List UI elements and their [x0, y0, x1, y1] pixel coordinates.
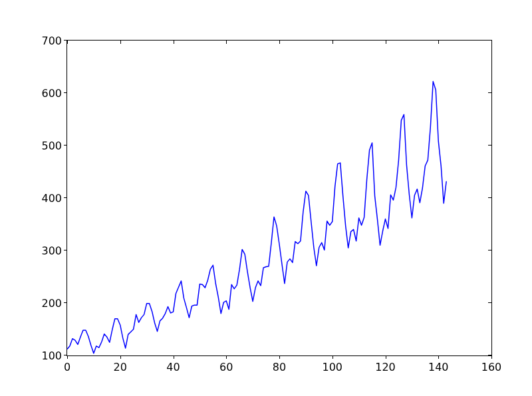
data-line [67, 82, 446, 353]
x-tick-80: 80 [273, 361, 286, 373]
y-tick-400: 400 [41, 192, 62, 205]
y-tick-600: 600 [41, 87, 62, 100]
x-tick-40: 40 [166, 361, 180, 373]
y-tick-200: 200 [41, 297, 62, 310]
y-tick-100: 100 [41, 349, 62, 362]
chart-axes: 0 20 40 60 80 100 120 140 160 100 200 30… [66, 40, 492, 356]
line-plot [67, 41, 491, 355]
x-tick-0: 0 [64, 361, 70, 373]
x-tick-20: 20 [114, 361, 127, 373]
x-tick-120: 120 [375, 361, 396, 373]
x-tick-140: 140 [428, 361, 449, 373]
x-tick-100: 100 [322, 361, 342, 373]
x-tick-60: 60 [219, 361, 233, 373]
chart-figure: 0 20 40 60 80 100 120 140 160 100 200 30… [0, 0, 532, 396]
y-tick-500: 500 [41, 140, 62, 152]
y-tick-300: 300 [41, 245, 62, 257]
y-tick-700: 700 [41, 35, 62, 47]
x-tick-160: 160 [481, 361, 502, 373]
